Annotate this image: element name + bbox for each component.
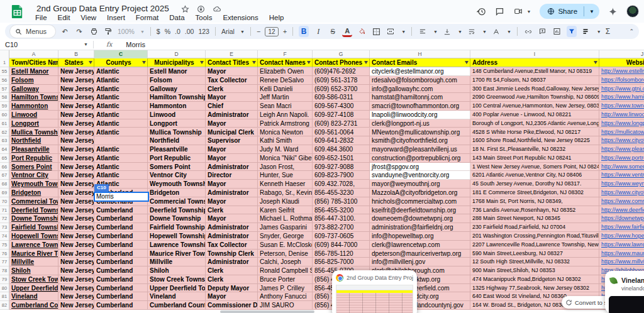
filter-dropdown-icon[interactable] — [594, 61, 597, 64]
row-header-73[interactable]: 73 — [0, 223, 9, 232]
menu-help[interactable]: Help — [269, 14, 284, 23]
version-history-icon[interactable] — [477, 7, 486, 16]
cell[interactable]: Township Clerk — [206, 250, 258, 258]
row-header-64[interactable]: 64 — [0, 145, 9, 154]
cell[interactable]: 1 West New Jersey Avenue, Somers Point, … — [470, 163, 599, 172]
cell[interactable]: Linwood — [148, 111, 206, 119]
row-header-77[interactable]: 77 — [0, 258, 9, 266]
cell[interactable]: 856-825-7000 — [313, 258, 370, 266]
cell[interactable]: Renee DeSalvo — [258, 76, 313, 85]
insert-chart-button[interactable] — [552, 26, 562, 37]
cell[interactable]: 609.432.7028, — [313, 180, 370, 189]
cell[interactable]: (609) 561-3178 — [313, 76, 370, 85]
cell[interactable]: Mayor — [206, 93, 258, 102]
print-button[interactable] — [89, 26, 99, 37]
cell[interactable]: lnapoli@linwoodcity.org — [370, 111, 470, 119]
cell[interactable]: Bridgeton — [148, 189, 206, 197]
cell[interactable]: Commercial Township — [9, 197, 58, 206]
cell[interactable]: Mayor — [206, 197, 258, 206]
cell[interactable]: Snyder, George — [258, 232, 313, 241]
filter-header-5[interactable]: Contact Titles — [206, 58, 258, 67]
cell[interactable]: New Jersey — [58, 275, 94, 284]
cell[interactable]: https://www.hamiltonnj.com/ — [599, 93, 644, 102]
cell[interactable]: Deerfield Township — [9, 206, 58, 215]
column-header-J[interactable]: J — [599, 50, 644, 58]
font-select[interactable]: Arial — [221, 28, 235, 35]
vertical-align-button[interactable] — [442, 26, 452, 37]
column-header-C[interactable]: C — [94, 50, 148, 58]
cell[interactable]: Linwood — [9, 111, 58, 119]
cell[interactable]: clerk@lawrencetwp.com — [370, 241, 470, 250]
cell[interactable]: Atlantic — [94, 93, 148, 102]
row-header-75[interactable]: 75 — [0, 241, 9, 250]
cell[interactable]: 4528 S White Horse Pike,Elwood, NJ 08217 — [470, 128, 599, 137]
row-header-78[interactable]: 78 — [0, 266, 9, 275]
cell[interactable]: Millville — [148, 258, 206, 266]
cell[interactable]: Administrator — [206, 189, 258, 197]
cell[interactable]: Maurice River Township — [9, 250, 58, 258]
row-header-61[interactable]: 61 — [0, 119, 9, 128]
cell[interactable]: mayorward@pleasantvillenj.us — [370, 145, 470, 154]
row-header-72[interactable]: 72 — [0, 214, 9, 223]
text-wrap-button[interactable] — [467, 26, 477, 37]
row-header-66[interactable]: 66 — [0, 163, 9, 172]
filter-dropdown-icon[interactable] — [465, 61, 469, 64]
cell[interactable]: Vineland — [9, 292, 58, 301]
cell[interactable]: Lawrence Township — [9, 241, 58, 250]
cell[interactable]: Downe Township — [148, 214, 206, 223]
cell[interactable]: Kenneth Haeser — [258, 180, 313, 189]
menu-format[interactable]: Format — [136, 14, 158, 23]
link-preview-card[interactable]: Vineland, vinelandcity — [605, 271, 644, 313]
cell[interactable]: Mullica Township — [148, 128, 206, 137]
column-header-B[interactable]: B — [58, 50, 94, 58]
cell[interactable]: Cumberland — [94, 241, 148, 250]
cell[interactable]: New Jersey — [58, 206, 94, 215]
cell[interactable]: Director — [206, 171, 258, 180]
cell[interactable]: New Jersey — [58, 197, 94, 206]
cell[interactable]: Hammonton — [148, 102, 206, 111]
cell[interactable]: New Jersey — [58, 258, 94, 266]
cell[interactable]: New Jersey — [58, 102, 94, 111]
cell[interactable]: 201 Washington Crossing,Pennington Road,… — [470, 232, 599, 241]
cell[interactable]: 1600 Shore Road,Northfield, New Jersey 0… — [470, 136, 599, 145]
cell[interactable]: New Jersey — [58, 223, 94, 232]
cell[interactable]: New Jersey — [58, 171, 94, 180]
cell[interactable]: Atlantic — [94, 128, 148, 137]
row-header-65[interactable]: 65 — [0, 154, 9, 163]
fill-color-button[interactable] — [357, 26, 367, 37]
cell[interactable]: 6201 Atlantic Avenue,Ventnor City, NJ 08… — [470, 171, 599, 180]
hide-menus-button[interactable]: ⌃ — [629, 28, 634, 35]
cell[interactable]: 181 E Commerce Street,Bridgeton, NJ 0830… — [470, 189, 599, 197]
column-header-D[interactable]: D — [148, 50, 206, 58]
cell[interactable]: rdesalvo@folsomborough.com — [370, 76, 470, 85]
cell[interactable]: Rabago, Sr., Kevin C. — [258, 189, 313, 197]
cell[interactable]: Jeff Martin — [258, 93, 313, 102]
row-header-76[interactable]: 76 — [0, 250, 9, 258]
cell[interactable]: Fairfield Township — [9, 223, 58, 232]
cell[interactable]: Northfield — [148, 136, 206, 145]
cell[interactable]: info@hopewelltwp.org — [370, 232, 470, 241]
cell[interactable]: Mullica Township — [9, 128, 58, 137]
cell[interactable] — [94, 136, 148, 145]
cell[interactable]: New Jersey — [58, 250, 94, 258]
decrease-font-size-button[interactable]: − — [257, 28, 260, 35]
cell[interactable]: hnichols@commercialtwp.com — [370, 197, 470, 206]
cell[interactable]: https://www.cityofbridgetonnj.com — [599, 189, 644, 197]
cell[interactable]: 45 South Jersey Avenue, Dorothy NJ 08317… — [470, 180, 599, 189]
cell[interactable]: 230 Fairfield Road,Fairfield, NJ 07004 — [470, 223, 599, 232]
cell[interactable]: hamstat@hamiltonnj.com — [370, 93, 470, 102]
text-color-button[interactable]: A — [342, 26, 352, 37]
cell[interactable]: Vineland — [148, 292, 206, 301]
column-header-G[interactable]: G — [313, 50, 370, 58]
cell[interactable]: cityclerk@estellmanor.org — [370, 67, 470, 76]
filter-header-4[interactable]: Municipalitys — [148, 58, 206, 67]
cell[interactable]: Shiloh — [9, 266, 58, 275]
cell[interactable]: 2207 Lawrenceville Road,Lawrence Townshi… — [470, 241, 599, 250]
insert-comment-button[interactable] — [538, 26, 548, 37]
filter-header-9[interactable]: Address — [470, 58, 599, 67]
cell[interactable]: Monica Newton — [258, 128, 313, 137]
filter-header-3[interactable]: Countys — [94, 58, 148, 67]
cell[interactable]: Monica "Niki" Giberson — [258, 154, 313, 163]
cell[interactable]: New Jersey — [58, 266, 94, 275]
cell[interactable]: Chief — [206, 102, 258, 111]
